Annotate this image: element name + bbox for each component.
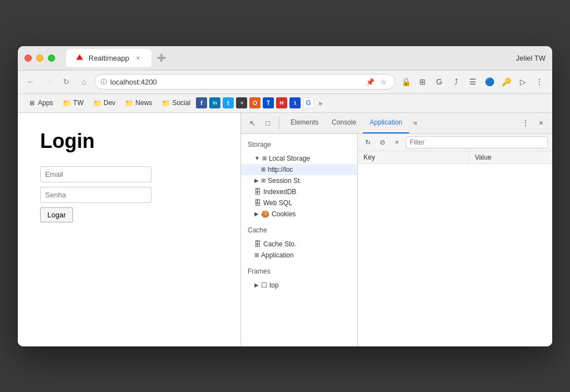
close-traffic-light[interactable]	[24, 54, 32, 62]
tab-application[interactable]: Application	[363, 112, 409, 133]
devtools-device-icon[interactable]: □	[261, 116, 274, 130]
folder-icon: 📁	[125, 99, 133, 107]
tab-close-button[interactable]: ×	[134, 53, 142, 62]
trello-bookmark[interactable]: T	[263, 97, 274, 108]
devtools-tab-bar: ↖ □ Elements Console Application »	[241, 113, 552, 134]
more-menu-button[interactable]: ⋮	[532, 75, 547, 89]
websql-icon: 🗄	[254, 199, 261, 207]
social-bookmarks: f in t ≡ O T M 1 G	[196, 97, 314, 108]
session-storage-tree-item[interactable]: ▶ ⊞ Session St.	[241, 175, 357, 186]
bookmark-apps-label: Apps	[38, 99, 53, 107]
storage-header: Storage	[241, 136, 357, 153]
maximize-traffic-light[interactable]	[48, 54, 55, 62]
cache-storage-icon: 🗄	[254, 240, 261, 248]
nav-bar: ← → ↻ ⌂ ⓘ localhost:4200 📌 ☆ 🔒 ⊞ G ⤴ ☰ 🔵…	[18, 71, 552, 94]
frame-icon: ☐	[261, 281, 267, 289]
security-icon: ⓘ	[101, 78, 107, 86]
expand-arrow: ▶	[254, 211, 259, 217]
buffer-bookmark[interactable]: ≡	[236, 97, 247, 108]
bookmark-news-label: News	[135, 99, 152, 107]
devtools-panel: ↖ □ Elements Console Application »	[240, 113, 552, 346]
filter-input[interactable]	[406, 136, 548, 148]
twitter-bookmark[interactable]: t	[223, 97, 234, 108]
password-icon[interactable]: 🔑	[499, 75, 513, 89]
devtools-more-button[interactable]: ⋮	[519, 116, 532, 130]
web-sql-tree-item[interactable]: 🗄 Web SQL	[241, 197, 357, 209]
back-button[interactable]: ←	[23, 75, 38, 89]
bookmark-dev-label: Dev	[104, 99, 115, 107]
folder-icon: 📁	[63, 99, 71, 107]
bookmark-apps[interactable]: ⊞ Apps	[23, 97, 57, 108]
key-column-header: Key	[358, 151, 469, 163]
local-storage-grid-icon: ⊞	[262, 155, 267, 161]
onepassword-bookmark[interactable]: 1	[289, 97, 301, 108]
translate-icon[interactable]: G	[432, 75, 446, 89]
tab-elements[interactable]: Elements	[284, 112, 325, 133]
bookmark-social-label: Social	[172, 99, 190, 107]
qrcode-icon[interactable]: ⊞	[415, 75, 430, 89]
local-storage-tree-item[interactable]: ▼ ⊞ Local Storage	[241, 153, 357, 164]
svg-marker-0	[76, 54, 83, 60]
devtools-content: Storage ▼ ⊞ Local Storage ⊞ http://loc ▶…	[241, 134, 552, 346]
devtools-close-button[interactable]: ×	[534, 116, 548, 130]
value-column-header: Value	[469, 151, 552, 163]
layers-icon[interactable]: ☰	[465, 75, 480, 89]
devtools-sidebar: Storage ▼ ⊞ Local Storage ⊞ http://loc ▶…	[241, 134, 358, 346]
active-tab[interactable]: Realtimeapp ×	[66, 49, 151, 67]
devtools-tabs-list: Elements Console Application »	[284, 112, 519, 133]
forward-button[interactable]: →	[41, 75, 56, 89]
google-bookmark[interactable]: G	[303, 97, 314, 108]
user-name: Jeliel TW	[516, 54, 546, 62]
bookmark-tw[interactable]: 📁 TW	[58, 97, 88, 108]
devtools-cursor-icon[interactable]: ↖	[245, 116, 259, 130]
application-cache-icon: ⊞	[254, 252, 259, 258]
share-icon[interactable]: ⤴	[449, 75, 463, 89]
application-cache-tree-item[interactable]: ⊞ Application	[241, 250, 357, 261]
clear-storage-button[interactable]: ⊘	[377, 137, 388, 148]
minimize-traffic-light[interactable]	[36, 54, 43, 62]
local-storage-url-grid-icon: ⊞	[261, 166, 266, 172]
submit-button[interactable]: Logar	[40, 207, 73, 222]
vpn-icon[interactable]: 🔵	[482, 75, 497, 89]
title-bar: Realtimeapp × Jeliel TW	[18, 46, 552, 71]
devtools-tab-icons: ↖ □	[245, 116, 279, 130]
home-button[interactable]: ⌂	[77, 75, 91, 89]
page-content: Login Logar	[18, 113, 240, 346]
content-area: Login Logar ↖ □ Elements C	[18, 113, 552, 346]
cookies-tree-item[interactable]: ▶ 🍪 Cookies	[241, 209, 357, 220]
delete-entry-button[interactable]: ×	[391, 137, 402, 148]
folder-icon: 📁	[94, 99, 101, 107]
email-input[interactable]	[40, 166, 151, 182]
password-input[interactable]	[40, 187, 151, 203]
extensions-icon[interactable]: 🔒	[399, 75, 413, 89]
storage-table: Key Value	[358, 151, 552, 346]
new-tab-button[interactable]	[154, 50, 169, 66]
bookmark-dev[interactable]: 📁 Dev	[89, 97, 120, 108]
bookmark-icon[interactable]: ☆	[378, 76, 389, 87]
frames-top-item[interactable]: ▶ ☐ top	[241, 280, 357, 291]
table-header: Key Value	[358, 151, 552, 164]
tab-console[interactable]: Console	[325, 112, 363, 133]
nav-right-icons: 🔒 ⊞ G ⤴ ☰ 🔵 🔑 ▷ ⋮	[399, 75, 547, 89]
linkedin-bookmark[interactable]: in	[209, 97, 220, 108]
devtools-pin-icon[interactable]: 📌	[365, 76, 376, 87]
indexeddb-tree-item[interactable]: 🗄 IndexedDB	[241, 186, 357, 197]
browser-window: Realtimeapp × Jeliel TW ← → ↻ ⌂ ⓘ localh…	[18, 46, 552, 346]
orange-bookmark[interactable]: O	[249, 97, 261, 108]
devtools-actions: ⋮ ×	[519, 116, 548, 130]
address-bar[interactable]: ⓘ localhost:4200 📌 ☆	[95, 74, 395, 90]
tab-favicon	[75, 53, 84, 62]
refresh-button[interactable]: ↻	[59, 75, 73, 89]
expand-arrow: ▶	[254, 282, 259, 288]
gmail-bookmark[interactable]: M	[276, 97, 287, 108]
cache-storage-tree-item[interactable]: 🗄 Cache Sto.	[241, 239, 357, 250]
bookmark-news[interactable]: 📁 News	[121, 97, 156, 108]
bookmark-social[interactable]: 📁 Social	[158, 97, 195, 108]
local-storage-url-item[interactable]: ⊞ http://loc	[241, 164, 357, 175]
facebook-bookmark[interactable]: f	[196, 97, 207, 108]
refresh-storage-button[interactable]: ↻	[362, 137, 374, 148]
more-bookmarks-button[interactable]: »	[315, 97, 326, 109]
tab-more-button[interactable]: »	[409, 119, 422, 127]
devtools-main: ↻ ⊘ × Key Value	[358, 134, 552, 346]
media-icon[interactable]: ▷	[515, 75, 530, 89]
